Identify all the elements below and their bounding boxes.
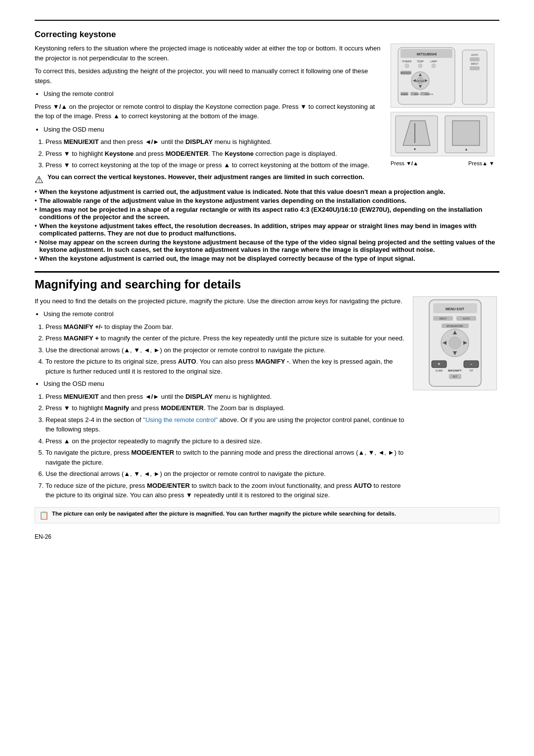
svg-text:BLANK: BLANK [401,93,407,95]
section1-text: Keystoning refers to the situation where… [35,44,381,173]
magnify-osd-steps: Press MENU/EXIT and then press ◄/► until… [45,392,408,500]
press-label-left: Press ▼/▲ [391,160,418,166]
note-1: • When the keystone adjustment is carrie… [35,188,499,195]
warning-text: You can correct the vertical keystones. … [47,173,364,181]
svg-point-6 [405,64,409,68]
svg-text:-: - [470,362,472,367]
svg-text:SOURCE: SOURCE [425,93,433,95]
osd-steps-list: Press MENU/EXIT and then press ◄/► until… [45,137,381,170]
svg-text:MITSUBISHI: MITSUBISHI [417,52,437,56]
svg-text:LAMP: LAMP [430,60,437,63]
svg-point-7 [418,64,422,68]
svg-text:POWER: POWER [402,60,412,63]
page-number: EN-26 [35,533,499,540]
note-2: • The allowable range of the adjustment … [35,197,499,204]
remote-bullet: Using the remote control [44,89,381,99]
svg-text:MENU EXIT: MENU EXIT [445,307,464,311]
magnify-step-1: Press MAGNIFY +/- to display the Zoom ba… [45,322,408,332]
svg-text:MAGNIFY: MAGNIFY [448,369,462,372]
svg-text:▼: ▼ [413,147,417,151]
remote-image-bottom: ▼ ▲ [391,112,494,156]
osd-bullet: Using the OSD menu [44,125,381,135]
remote-image-top: MITSUBISHI POWER TEMP LAMP AUTO INPUT [391,44,494,108]
svg-text:AUTO: AUTO [414,93,420,95]
correcting-keystone-section: Correcting keystone Keystoning refers to… [35,30,499,262]
note-3: • Images may not be projected in a shape… [35,206,499,221]
section2-text: If you need to find the details on the p… [35,296,408,503]
magnify-remote-bullet: Using the remote control [44,309,408,319]
warning-box: ⚠ You can correct the vertical keystones… [35,173,499,186]
svg-text:+: + [438,362,440,367]
svg-rect-34 [452,121,480,145]
magnify-remote-image: MENU EXIT INPUT AUTO MODE/ENTER [413,296,497,390]
osd-bullet-list: Using the OSD menu [44,125,381,135]
osd-step-1: Press MENU/EXIT and then press ◄/► until… [45,137,381,147]
press-labels: Press ▼/▲ Press▲ ▼ [391,160,494,166]
magnify-osd-step-1: Press MENU/EXIT and then press ◄/► until… [45,392,408,402]
svg-text:INPUT: INPUT [439,317,446,320]
svg-point-8 [432,64,436,68]
magnify-step-2: Press MAGNIFY + to magnify the center of… [45,333,408,343]
svg-text:XLIME: XLIME [435,369,443,372]
section2-content: If you need to find the details on the p… [35,296,499,503]
svg-text:TEMP: TEMP [417,60,424,63]
magnify-remote-svg: MENU EXIT INPUT AUTO MODE/ENTER [414,297,496,389]
magnify-osd-bullet: Using the OSD menu [44,379,408,389]
svg-text:INPUT: INPUT [471,62,479,65]
note-6: • When the keystone adjustment is carrie… [35,255,499,262]
note-4: • When the keystone adjustment takes eff… [35,222,499,237]
magnify-step-3: Use the directional arrows (▲, ▼, ◄, ►) … [45,345,408,355]
info-icon: 📋 [39,511,49,520]
section1-title: Correcting keystone [35,30,499,40]
magnify-osd-step-3: Repeat steps 2-4 in the section of "Usin… [45,415,408,434]
section1-content: Keystoning refers to the situation where… [35,44,499,173]
intro2: To correct this, besides adjusting the h… [35,66,381,86]
using-remote-link[interactable]: "Using the remote control" [143,416,218,424]
footer-note-text: The picture can only be navigated after … [52,511,396,517]
note-5: • Noise may appear on the screen during … [35,238,499,253]
top-border [35,20,499,21]
svg-text:AUTO: AUTO [463,317,470,320]
svg-text:TIP: TIP [469,369,473,372]
svg-text:SET: SET [452,375,457,378]
svg-text:MODE/ENTER: MODE/ENTER [446,325,463,328]
magnify-intro: If you need to find the details on the p… [35,296,408,306]
svg-rect-13 [470,66,480,70]
osd-step-2: Press ▼ to highlight Keystone and press … [45,149,381,159]
magnify-remote-image-container: MENU EXIT INPUT AUTO MODE/ENTER [413,296,499,503]
magnify-remote-steps: Press MAGNIFY +/- to display the Zoom ba… [45,322,408,377]
press-label-right: Press▲ ▼ [468,160,494,166]
magnify-osd-step-6: Use the directional arrows (▲, ▼, ◄, ►) … [45,469,408,479]
svg-text:MENU/EXIT: MENU/EXIT [400,72,411,74]
magnify-osd-step-5: To navigate the picture, press MODE/ENTE… [45,448,408,467]
svg-text:AUTO: AUTO [471,53,478,56]
magnify-osd-step-7: To reduce size of the picture, press MOD… [45,481,408,500]
section2-title: Magnifying and searching for details [35,271,499,291]
magnifying-section: Magnifying and searching for details If … [35,271,499,523]
svg-rect-11 [470,57,480,61]
notes-section: • When the keystone adjustment is carrie… [35,188,499,262]
magnify-osd-step-2: Press ▼ to highlight Magnify and press M… [45,403,408,413]
magnify-osd-step-4: Press ▲ on the projector repeatedly to m… [45,436,408,446]
magnify-bullet-remote: Using the remote control [44,309,408,319]
magnify-step-4: To restore the picture to its original s… [45,357,408,376]
remote-desc: Press ▼/▲ on the projector or remote con… [35,102,381,121]
section1-images: MITSUBISHI POWER TEMP LAMP AUTO INPUT [386,44,499,173]
warning-icon: ⚠ [35,174,44,186]
remote-svg-top: MITSUBISHI POWER TEMP LAMP AUTO INPUT [393,45,492,107]
intro1: Keystoning refers to the situation where… [35,44,381,63]
svg-text:▲: ▲ [465,147,468,151]
osd-step-3: Press ▼ to correct keystoning at the top… [45,160,381,170]
svg-text:ENTER: ENTER [416,80,425,83]
remote-bullet-list: Using the remote control [44,89,381,99]
footer-note: 📋 The picture can only be navigated afte… [35,507,499,523]
magnify-bullet-osd: Using the OSD menu [44,379,408,389]
svg-point-50 [449,337,461,349]
remote-svg-bottom: ▼ ▲ [393,113,492,155]
